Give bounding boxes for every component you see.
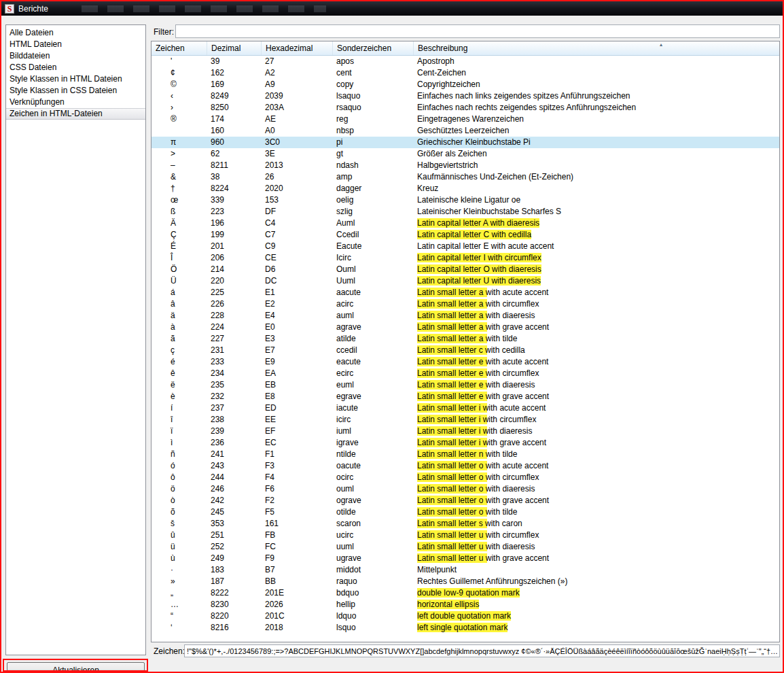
cell-sonderzeichen: reg	[333, 114, 414, 125]
sidebar-item[interactable]: Zeichen in HTML-Dateien	[6, 108, 145, 120]
table-row[interactable]: â226E2acircLatin small letter a with cir…	[152, 298, 779, 310]
table-row[interactable]: '3927aposApostroph	[152, 56, 779, 67]
table-row[interactable]: Ö214D6OumlLatin capital letter O with di…	[152, 264, 779, 275]
sidebar-item[interactable]: Verknüpfungen	[6, 97, 145, 108]
table-row[interactable]: í237EDiacuteLatin small letter i with ac…	[152, 402, 779, 414]
column-header-sonderzeichen[interactable]: Sonderzeichen	[333, 41, 414, 55]
table-row[interactable]: É201C9EacuteLatin capital letter E with …	[152, 241, 779, 252]
filter-input[interactable]	[175, 24, 780, 38]
table-row[interactable]: „8222201Ebdquodouble low-9 quotation mar…	[152, 587, 779, 599]
cell-hexadezimal: 3C0	[262, 137, 333, 148]
table-row[interactable]: ó243F3oacuteLatin small letter o with ac…	[152, 460, 779, 472]
table-row[interactable]: Ç199C7CcedilLatin capital letter C with …	[152, 229, 779, 241]
table-row[interactable]: è232E8egraveLatin small letter e with gr…	[152, 391, 779, 402]
table-row[interactable]: “8220201Cldquoleft double quotation mark	[152, 610, 779, 622]
sidebar-item[interactable]: HTML Dateien	[6, 39, 145, 50]
cell-beschreibung: Einfaches nach rechts zeigendes spitzes …	[414, 102, 779, 114]
cell-sonderzeichen: ntilde	[333, 449, 414, 460]
cell-sonderzeichen: nbsp	[333, 125, 414, 137]
cell-hexadezimal: 153	[262, 194, 333, 206]
table-row[interactable]: …82302026helliphorizontal ellipsis	[152, 599, 779, 610]
cell-zeichen: ù	[152, 553, 207, 564]
table-row[interactable]: ã227E3atildeLatin small letter a with ti…	[152, 333, 779, 345]
table-row[interactable]: &3826ampKaufmännisches Und-Zeichen (Et-Z…	[152, 171, 779, 183]
table-row[interactable]: õ245F5otildeLatin small letter o with ti…	[152, 506, 779, 518]
column-header-hexadezimal[interactable]: Hexadezimal	[262, 41, 333, 55]
cell-hexadezimal: DF	[262, 206, 333, 218]
table-row[interactable]: »187BBraquoRechtes Guillemet Anführungsz…	[152, 576, 779, 587]
table-row[interactable]: é233E9eacuteLatin small letter e with ac…	[152, 356, 779, 368]
sidebar-item[interactable]: Bilddateien	[6, 50, 145, 62]
table-row[interactable]: š353161scaronLatin small letter s with c…	[152, 518, 779, 530]
cell-sonderzeichen: ugrave	[333, 553, 414, 564]
cell-beschreibung: horizontal ellipsis	[414, 599, 779, 610]
table-row[interactable]: π9603C0piGriechischer Kleinbuchstabe Pi	[152, 137, 779, 148]
highlighted-description: Latin small letter n with tilde	[417, 449, 517, 459]
table-row[interactable]: î238EEicircLatin small letter i with cir…	[152, 414, 779, 426]
table-row[interactable]: ñ241F1ntildeLatin small letter n with ti…	[152, 449, 779, 460]
table-row[interactable]: ù249F9ugraveLatin small letter u with gr…	[152, 553, 779, 564]
table-row[interactable]: –82112013ndashHalbgeviertstrich	[152, 160, 779, 171]
cell-beschreibung: Apostroph	[414, 56, 779, 67]
table-row[interactable]: ®174AEregEingetragenes Warenzeichen	[152, 114, 779, 125]
table-row[interactable]: †82242020daggerKreuz	[152, 183, 779, 194]
column-header-dezimal[interactable]: Dezimal	[207, 41, 262, 55]
column-header-zeichen[interactable]: Zeichen	[152, 41, 207, 55]
table-row[interactable]: ©169A9copyCopyrightzeichen	[152, 79, 779, 90]
table-row[interactable]: ü252FCuumlLatin small letter u with diae…	[152, 541, 779, 553]
cell-sonderzeichen: hellip	[333, 599, 414, 610]
description-text: Apostroph	[417, 56, 455, 66]
cell-beschreibung: Latin small letter e with circumflex	[414, 368, 779, 379]
table-row[interactable]: ·183B7middotMittelpunkt	[152, 564, 779, 576]
cell-hexadezimal: D6	[262, 264, 333, 275]
sidebar-item[interactable]: CSS Dateien	[6, 62, 145, 73]
table-row[interactable]: Ü220DCUumlLatin capital letter U with di…	[152, 275, 779, 287]
table-row[interactable]: à224E0agraveLatin small letter a with gr…	[152, 322, 779, 333]
cell-sonderzeichen: ucirc	[333, 530, 414, 541]
sidebar-item[interactable]: Style Klassen in CSS Dateien	[6, 85, 145, 97]
cell-beschreibung: Copyrightzeichen	[414, 79, 779, 90]
table-row[interactable]: ‹82492039lsaquoEinfaches nach links zeig…	[152, 90, 779, 102]
refresh-button[interactable]: Aktualisieren	[7, 662, 145, 673]
table-row[interactable]: >623EgtGrößer als Zeichen	[152, 148, 779, 160]
table-row[interactable]: ê234EAecircLatin small letter e with cir…	[152, 368, 779, 379]
table-row[interactable]: ô244F4ocircLatin small letter o with cir…	[152, 472, 779, 483]
cell-zeichen: â	[152, 298, 207, 310]
table-row[interactable]: ‘82162018lsquoleft single quotation mark	[152, 622, 779, 634]
titlebar[interactable]: S Berichte	[1, 1, 783, 16]
table-row[interactable]: û251FBucircLatin small letter u with cir…	[152, 530, 779, 541]
description-text: Lateinischer Kleinbuchstabe Scharfes S	[417, 207, 561, 216]
sidebar-item[interactable]: Style Klassen in HTML Dateien	[6, 73, 145, 85]
cell-hexadezimal: B7	[262, 564, 333, 576]
highlighted-description: Latin small letter o with acute accent	[417, 461, 548, 470]
cell-dezimal: 226	[207, 298, 262, 310]
description-text: Griechischer Kleinbuchstabe Pi	[417, 137, 531, 147]
table-row[interactable]: ›8250203ArsaquoEinfaches nach rechts zei…	[152, 102, 779, 114]
table-row[interactable]: ¢162A2centCent-Zeichen	[152, 67, 779, 79]
table-row[interactable]: Î206CEIcircLatin capital letter I with c…	[152, 252, 779, 264]
table-row[interactable]: œ339153oeligLateinische kleine Ligatur o…	[152, 194, 779, 206]
description-text: Kreuz	[417, 184, 438, 193]
cell-hexadezimal: 2018	[262, 622, 333, 634]
table-row[interactable]: ë235EBeumlLatin small letter e with diae…	[152, 379, 779, 391]
cell-hexadezimal: E7	[262, 345, 333, 356]
cell-beschreibung: Latin small letter o with diaeresis	[414, 483, 779, 495]
sidebar-item[interactable]: Alle Dateien	[6, 27, 145, 39]
table-row[interactable]: ò242F2ograveLatin small letter o with gr…	[152, 495, 779, 506]
table-row[interactable]: ö246F6oumlLatin small letter o with diae…	[152, 483, 779, 495]
table-row[interactable]: ï239EFiumlLatin small letter i with diae…	[152, 426, 779, 437]
table-row[interactable]: Ä196C4AumlLatin capital letter A with di…	[152, 218, 779, 229]
charbar-input[interactable]	[184, 644, 780, 657]
column-header-beschreibung[interactable]: Beschreibung	[414, 41, 779, 55]
table-row[interactable]: ì236ECigraveLatin small letter i with gr…	[152, 437, 779, 449]
table-row[interactable]: 160A0nbspGeschütztes Leerzeichen	[152, 125, 779, 137]
cell-zeichen: ü	[152, 541, 207, 553]
table-row[interactable]: ß223DFszligLateinischer Kleinbuchstabe S…	[152, 206, 779, 218]
description-text: Halbgeviertstrich	[417, 160, 478, 170]
cell-dezimal: 187	[207, 576, 262, 587]
table-row[interactable]: ä228E4aumlLatin small letter a with diae…	[152, 310, 779, 322]
highlighted-description: Latin small letter u with circumflex	[417, 530, 539, 540]
table-row[interactable]: ç231E7ccedilLatin small letter c with ce…	[152, 345, 779, 356]
cell-beschreibung: Latin small letter u with circumflex	[414, 530, 779, 541]
table-row[interactable]: á225E1aacuteLatin small letter a with ac…	[152, 287, 779, 298]
